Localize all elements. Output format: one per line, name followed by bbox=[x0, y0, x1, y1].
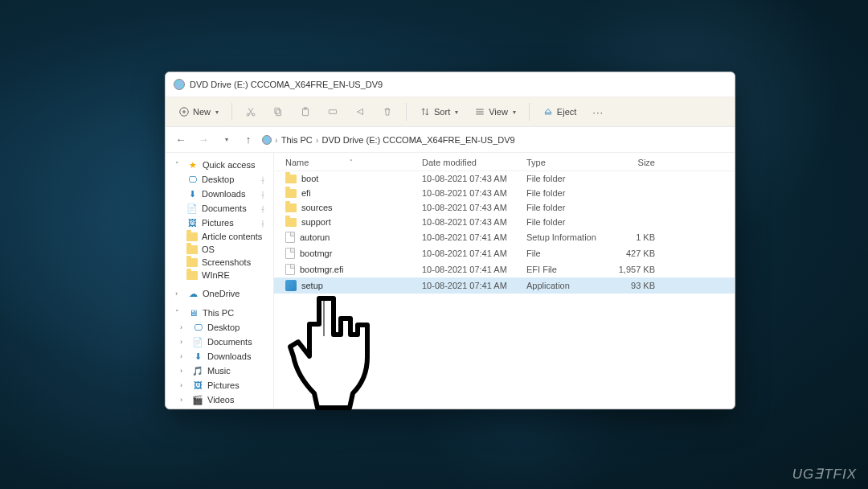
column-size[interactable]: Size bbox=[607, 158, 655, 167]
sidebar-item[interactable]: OS bbox=[169, 243, 270, 256]
folder-icon: ⬇ bbox=[192, 351, 203, 362]
forward-button[interactable]: → bbox=[194, 131, 212, 149]
recent-button[interactable]: ▾ bbox=[217, 131, 235, 149]
sidebar-quick-access[interactable]: ˅ ★ Quick access bbox=[169, 158, 270, 172]
file-name: support bbox=[301, 217, 331, 227]
breadcrumb[interactable]: › This PC › DVD Drive (E:) CCCOMA_X64FRE… bbox=[262, 135, 515, 145]
file-icon bbox=[285, 264, 295, 275]
rename-icon bbox=[327, 106, 338, 117]
sidebar-item[interactable]: ›⬇Downloads bbox=[169, 349, 270, 364]
folder-icon bbox=[285, 189, 297, 198]
sidebar-item[interactable]: ›🎵Music bbox=[169, 364, 270, 378]
chevron-down-icon: ˅ bbox=[175, 161, 183, 169]
sidebar-item-label: OS bbox=[202, 244, 215, 254]
column-headers[interactable]: Name˄ Date modified Type Size bbox=[274, 153, 735, 171]
sidebar-item-label: Documents bbox=[207, 337, 252, 347]
sidebar-this-pc[interactable]: ˅ 🖥 This PC bbox=[169, 306, 270, 320]
file-type: Setup Information bbox=[526, 232, 607, 242]
sidebar-item[interactable]: 🖼Pictures⟊ bbox=[169, 216, 270, 230]
up-button[interactable]: ↑ bbox=[240, 131, 257, 149]
file-name: setup bbox=[301, 281, 323, 290]
svg-rect-7 bbox=[329, 110, 336, 114]
svg-point-2 bbox=[252, 113, 255, 116]
file-row[interactable]: sources10-08-2021 07:43 AMFile folder bbox=[274, 200, 735, 215]
eject-button[interactable]: Eject bbox=[536, 103, 583, 121]
file-row[interactable]: support10-08-2021 07:43 AMFile folder bbox=[274, 215, 735, 229]
column-date[interactable]: Date modified bbox=[422, 158, 526, 167]
rename-button[interactable] bbox=[321, 103, 345, 121]
folder-icon: 🖼 bbox=[192, 380, 203, 391]
file-size: 1,957 KB bbox=[607, 265, 655, 274]
toolbar: New ▾ Sort ▾ View ▾ Eject ··· bbox=[166, 97, 735, 127]
view-icon bbox=[474, 106, 485, 117]
watermark: UGƎTFIX bbox=[792, 466, 857, 483]
sidebar-item[interactable]: 📄Documents⟊ bbox=[169, 201, 270, 216]
sidebar-item-label: Desktop bbox=[207, 323, 240, 332]
file-name: efi bbox=[301, 188, 311, 198]
breadcrumb-root[interactable]: This PC bbox=[281, 135, 313, 145]
file-date: 10-08-2021 07:41 AM bbox=[422, 249, 526, 258]
pc-icon: 🖥 bbox=[187, 307, 199, 318]
folder-icon bbox=[186, 258, 198, 267]
file-type: File bbox=[526, 249, 607, 258]
application-icon bbox=[285, 280, 297, 291]
file-date: 10-08-2021 07:43 AM bbox=[422, 174, 526, 183]
sidebar-item-label: Videos bbox=[207, 395, 234, 405]
file-icon bbox=[285, 248, 295, 259]
file-row[interactable]: boot10-08-2021 07:43 AMFile folder bbox=[274, 171, 735, 186]
sidebar: ˅ ★ Quick access 🖵Desktop⟊⬇Downloads⟊📄Do… bbox=[166, 153, 274, 409]
file-row[interactable]: bootmgr.efi10-08-2021 07:41 AMEFI File1,… bbox=[274, 261, 735, 277]
chevron-right-icon: › bbox=[180, 338, 188, 346]
chevron-down-icon: ▾ bbox=[513, 109, 516, 116]
copy-button[interactable] bbox=[266, 103, 290, 121]
sort-button[interactable]: Sort ▾ bbox=[413, 103, 465, 121]
sidebar-item[interactable]: ›🖵Desktop bbox=[169, 320, 270, 335]
sidebar-item[interactable]: 🖵Desktop⟊ bbox=[169, 172, 270, 187]
window-title: DVD Drive (E:) CCCOMA_X64FRE_EN-US_DV9 bbox=[190, 80, 383, 89]
file-icon bbox=[285, 232, 295, 243]
sidebar-item-label: Downloads bbox=[202, 189, 245, 199]
sidebar-item[interactable]: ›🎬Videos bbox=[169, 392, 270, 407]
breadcrumb-current[interactable]: DVD Drive (E:) CCCOMA_X64FRE_EN-US_DV9 bbox=[321, 135, 514, 145]
file-row[interactable]: setup10-08-2021 07:41 AMApplication93 KB bbox=[274, 277, 735, 294]
file-type: File folder bbox=[526, 217, 607, 227]
titlebar[interactable]: DVD Drive (E:) CCCOMA_X64FRE_EN-US_DV9 bbox=[166, 72, 735, 97]
sidebar-item[interactable]: Article contents bbox=[169, 230, 270, 243]
sidebar-item[interactable]: ›📄Documents bbox=[169, 335, 270, 349]
file-row[interactable]: bootmgr10-08-2021 07:41 AMFile427 KB bbox=[274, 245, 735, 261]
pictures-icon: 🖼 bbox=[186, 217, 198, 228]
folder-icon bbox=[186, 271, 198, 280]
column-type[interactable]: Type bbox=[526, 158, 607, 167]
new-button[interactable]: New ▾ bbox=[172, 103, 225, 121]
chevron-right-icon: › bbox=[180, 352, 188, 360]
file-size: 427 KB bbox=[607, 249, 655, 258]
chevron-right-icon: › bbox=[175, 290, 183, 298]
file-row[interactable]: autorun10-08-2021 07:41 AMSetup Informat… bbox=[274, 229, 735, 245]
separator bbox=[231, 103, 232, 121]
folder-icon bbox=[285, 218, 297, 227]
share-icon bbox=[354, 106, 366, 117]
view-button[interactable]: View ▾ bbox=[468, 103, 522, 121]
sidebar-item[interactable]: Screenshots bbox=[169, 256, 270, 269]
sidebar-item-label: Downloads bbox=[207, 351, 251, 361]
sidebar-item[interactable]: WInRE bbox=[169, 269, 270, 281]
sidebar-onedrive[interactable]: › ☁ OneDrive bbox=[169, 286, 270, 301]
pin-icon: ⟊ bbox=[260, 204, 265, 213]
file-row[interactable]: efi10-08-2021 07:43 AMFile folder bbox=[274, 186, 735, 200]
share-button[interactable] bbox=[348, 103, 372, 121]
back-button[interactable]: ← bbox=[172, 131, 190, 149]
delete-button[interactable] bbox=[375, 103, 399, 121]
paste-button[interactable] bbox=[293, 103, 317, 121]
sidebar-item[interactable]: ›🖼Pictures bbox=[169, 378, 270, 392]
folder-icon bbox=[285, 203, 297, 212]
cut-button[interactable] bbox=[239, 103, 263, 121]
sidebar-item[interactable]: ⬇Downloads⟊ bbox=[169, 187, 270, 201]
column-name[interactable]: Name bbox=[285, 158, 309, 167]
sidebar-item-label: Desktop bbox=[202, 175, 234, 184]
sort-asc-icon: ˄ bbox=[350, 159, 353, 166]
more-button[interactable]: ··· bbox=[586, 103, 610, 121]
file-date: 10-08-2021 07:41 AM bbox=[422, 281, 526, 290]
file-type: Application bbox=[526, 281, 607, 290]
chevron-down-icon: ▾ bbox=[215, 109, 219, 116]
sidebar-item[interactable]: ›🖴Local Disk (C:) bbox=[169, 407, 270, 409]
